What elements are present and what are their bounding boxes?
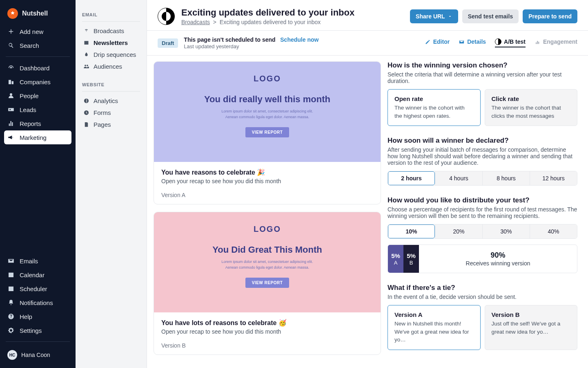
nav-people[interactable]: People <box>0 89 76 103</box>
status-badge: Draft <box>158 38 178 48</box>
brand: Nutshell <box>0 7 76 25</box>
nav-notifications[interactable]: Notifications <box>0 296 76 310</box>
winner-open-rate[interactable]: Open rate The winner is the cohort with … <box>388 89 481 126</box>
preview-title-a: You have reasons to celebrate 🎉 <box>161 168 373 176</box>
main-content: Exciting updates delivered to your inbox… <box>147 0 588 368</box>
tab-details[interactable]: Details <box>459 38 486 47</box>
broadcast-icon <box>83 28 89 34</box>
subnav-forms[interactable]: Forms <box>82 107 140 119</box>
audiences-icon <box>83 63 89 70</box>
tie-version-a[interactable]: Version A New in Nutshell this month! We… <box>388 305 481 350</box>
subnav-broadcasts[interactable]: Broadcasts <box>82 25 140 37</box>
building-icon <box>7 78 15 85</box>
gauge-icon <box>7 64 15 72</box>
tab-editor[interactable]: Editor <box>425 38 450 47</box>
subnav-pages[interactable]: Pages <box>82 119 140 130</box>
nav-leads[interactable]: Leads <box>0 103 76 117</box>
envelope-icon <box>7 257 15 265</box>
nav-reports[interactable]: Reports <box>0 117 76 130</box>
preview-logo: LOGO <box>254 74 281 83</box>
primary-nav: Nutshell Add new Search Dashboard Compan… <box>0 0 76 368</box>
preview-version-a: Version A <box>161 192 373 198</box>
tie-version-b[interactable]: Version B Just off the self! We've got a… <box>485 305 578 350</box>
user-name: Hana Coon <box>21 352 50 358</box>
ab-tie-block: What if there's a tie? In the event of a… <box>388 284 577 350</box>
drip-icon <box>83 52 89 58</box>
timing-2h[interactable]: 2 hours <box>388 171 435 185</box>
user-row[interactable]: HC Hana Coon <box>0 346 76 364</box>
nav-emails[interactable]: Emails <box>0 254 76 268</box>
preview-sub-b: Open your recap to see how you did this … <box>161 328 373 335</box>
subnav-audiences[interactable]: Audiences <box>82 61 140 72</box>
preview-card-b[interactable]: LOGO You Did Great This Month Lorem ipsu… <box>154 212 381 355</box>
globe-icon <box>83 98 89 104</box>
preview-image-a: LOGO You did really well this month Lore… <box>154 62 381 162</box>
bell-icon <box>7 299 15 306</box>
dist-40[interactable]: 40% <box>530 224 577 238</box>
dist-segment-a: 5% A <box>388 245 403 273</box>
page-title: Exciting updates delivered to your inbox <box>181 7 354 18</box>
subnav-email-heading: EMAIL <box>82 12 140 17</box>
avatar: HC <box>7 350 17 360</box>
preview-sub-a: Open your recap to see how you did this … <box>161 178 373 184</box>
share-url-button[interactable]: Share URL <box>410 9 458 23</box>
timing-12h[interactable]: 12 hours <box>530 171 577 185</box>
bars-icon <box>535 39 541 45</box>
dist-20[interactable]: 20% <box>435 224 482 238</box>
megaphone-icon <box>7 134 15 141</box>
status-bar: Draft This page isn't scheduled to send … <box>147 31 588 56</box>
preview-card-a[interactable]: LOGO You did really well this month Lore… <box>154 61 381 204</box>
pencil-icon <box>425 39 431 45</box>
chevron-down-icon <box>448 14 452 19</box>
ab-test-page-icon <box>158 8 175 25</box>
brand-icon <box>7 8 18 19</box>
nav-add-new[interactable]: Add new <box>0 25 76 38</box>
bars-icon <box>7 120 15 127</box>
calendar-icon <box>7 271 15 278</box>
breadcrumb-root[interactable]: Broadcasts <box>181 19 210 25</box>
winner-click-rate[interactable]: Click rate The winner is the cohort that… <box>485 89 578 126</box>
tab-engagement[interactable]: Engagement <box>535 38 577 47</box>
subnav-drip[interactable]: Drip sequences <box>82 49 140 61</box>
ab-winner-block: How is the winning version chosen? Selec… <box>388 61 577 126</box>
prepare-to-send-button[interactable]: Prepare to send <box>523 9 577 23</box>
envelope-icon <box>459 39 465 45</box>
pages-icon <box>83 121 89 128</box>
timing-8h[interactable]: 8 hours <box>482 171 530 185</box>
preview-image-b: LOGO You Did Great This Month Lorem ipsu… <box>154 212 381 312</box>
timing-segment: 2 hours 4 hours 8 hours 12 hours <box>388 171 577 186</box>
subnav-newsletters[interactable]: Newsletters <box>82 37 140 49</box>
subnav-analytics[interactable]: Analytics <box>82 95 140 107</box>
nav-scheduler[interactable]: Scheduler <box>0 282 76 296</box>
tab-abtest[interactable]: A/B test <box>495 38 526 47</box>
send-test-button[interactable]: Send test emails <box>462 9 519 23</box>
nav-marketing[interactable]: Marketing <box>4 130 71 144</box>
dist-30[interactable]: 30% <box>482 224 530 238</box>
preview-title-b: You have lots of reasons to celebrate 🥳 <box>161 319 373 327</box>
help-icon <box>7 313 15 320</box>
plus-icon <box>7 28 15 35</box>
dist-10[interactable]: 10% <box>388 224 435 238</box>
schedule-now-link[interactable]: Schedule now <box>280 36 318 43</box>
secondary-nav: EMAIL Broadcasts Newsletters Drip sequen… <box>76 0 147 368</box>
nav-dashboard[interactable]: Dashboard <box>0 61 76 75</box>
nav-help[interactable]: Help <box>0 310 76 323</box>
preview-version-b: Version B <box>161 342 373 349</box>
preview-cta: VIEW REPORT <box>245 127 290 137</box>
brand-name: Nutshell <box>22 10 48 17</box>
scheduler-icon <box>7 285 15 292</box>
nav-search[interactable]: Search <box>0 38 76 52</box>
timing-4h[interactable]: 4 hours <box>435 171 482 185</box>
dist-segment-rest: 90% Receives winning version <box>419 245 577 273</box>
status-text: This page isn't scheduled to send <box>184 36 275 43</box>
nav-companies[interactable]: Companies <box>0 75 76 89</box>
forms-icon <box>83 110 89 116</box>
preview-cta: VIEW REPORT <box>245 278 290 288</box>
gear-icon <box>7 327 15 334</box>
nav-settings[interactable]: Settings <box>0 323 76 337</box>
nav-calendar[interactable]: Calendar <box>0 268 76 282</box>
page-header: Exciting updates delivered to your inbox… <box>147 0 588 31</box>
preview-headline: You did really well this month <box>204 94 330 105</box>
status-sub: Last updated yesterday <box>184 43 318 49</box>
search-icon <box>7 42 15 49</box>
